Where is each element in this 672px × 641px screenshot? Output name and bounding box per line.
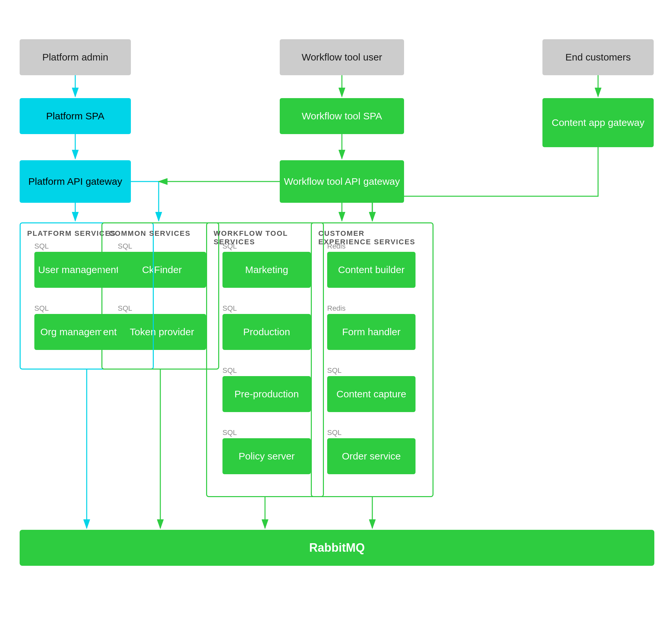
db-label-9: Redis — [327, 304, 346, 313]
db-label-5: SQL — [223, 304, 237, 313]
db-label-6: SQL — [223, 366, 237, 375]
cyan-box-platform-api-gateway: Platform API gateway — [19, 160, 131, 203]
db-label-3: SQL — [118, 304, 132, 313]
green-box-workflow-tool-spa: Workflow tool SPA — [280, 98, 404, 134]
db-label-0: SQL — [35, 242, 49, 250]
container-customer-experience-services: CUSTOMEREXPERIENCE SERVICES — [311, 222, 433, 497]
user-box-end-customers: End customers — [542, 39, 654, 75]
db-label-7: SQL — [223, 428, 237, 437]
db-label-2: SQL — [118, 242, 132, 250]
db-label-10: SQL — [327, 366, 341, 375]
rabbitmq-bar: RabbitMQ — [19, 530, 654, 566]
cyan-box-platform-spa: Platform SPA — [19, 98, 131, 134]
db-label-11: SQL — [327, 428, 341, 437]
user-box-platform-admin: Platform admin — [19, 39, 131, 75]
green-box-content-app-gateway: Content app gateway — [542, 98, 654, 147]
container-workflow-tool-services: WORKFLOW TOOLSERVICES — [206, 222, 324, 497]
db-label-4: SQL — [223, 242, 237, 250]
db-label-8: Redis — [327, 242, 346, 250]
db-label-1: SQL — [35, 304, 49, 313]
container-label-common-services: COMMON SERVICES — [109, 229, 191, 238]
green-box-workflow-tool-api-gateway: Workflow tool API gateway — [280, 160, 404, 203]
user-box-workflow-tool-user: Workflow tool user — [280, 39, 404, 75]
